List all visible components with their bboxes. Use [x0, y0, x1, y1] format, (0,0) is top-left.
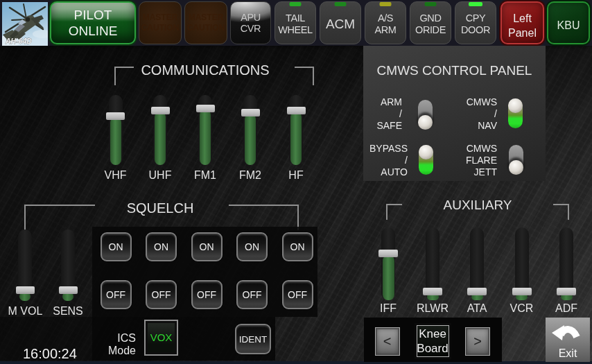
- svg-text:AH-64D: AH-64D: [5, 37, 32, 45]
